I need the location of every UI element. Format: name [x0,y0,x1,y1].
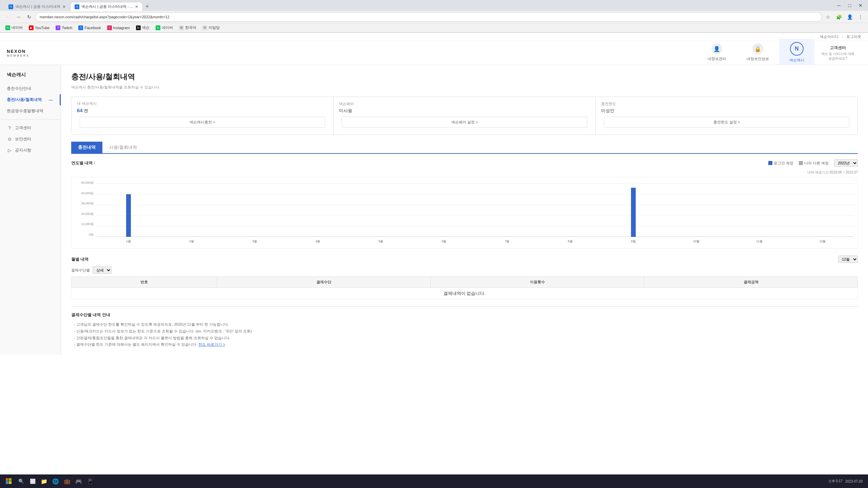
bookmark-star-button[interactable]: ☆ [823,12,833,22]
nav-item-cash[interactable]: N 넥슨캐시 [779,39,814,67]
tab-active[interactable]: N 넥슨캐시 | 금융 마스터내역 - ... ✕ [70,2,143,11]
payment-table: 번호 결제수단 이용횟수 결제금액 결제내역이 없습니다. [71,277,858,300]
chart-info-icon: ℹ [94,161,95,165]
bookmark-youtube[interactable]: ▶ YouTube [26,25,52,31]
bookmark-instagram[interactable]: I Instagram [104,25,133,31]
date-range: 내역 제공기간 2018.08 ~ 2023.07 [71,170,858,175]
table-header-row: 번호 결제수단 이용횟수 결제금액 [72,277,858,288]
nav-item-security[interactable]: 🔒 내정보안성보 [736,40,779,66]
reload-button[interactable]: ↻ [24,12,34,22]
filter-select[interactable]: 상세 전체 [93,266,112,274]
bookmark-manager[interactable]: 이 이담당 [200,24,222,31]
bar-dec-label: 12월 [819,239,826,244]
tab-close-1[interactable]: ✕ [62,4,66,9]
nav-cash-label: 넥슨캐시 [789,58,804,63]
charge-refund-label: 충전한도 [601,101,852,106]
y-label-36000: 36,000원 [75,201,94,206]
tab-inactive[interactable]: N 넥손캐시 | 금융 마스터내역 ✕ [4,2,70,11]
sidebar-item-charge-info[interactable]: 충전수단안내 [0,83,61,94]
legend-dot-gray [799,161,803,165]
maximize-button[interactable]: □ [845,1,854,10]
back-button[interactable]: ← [3,12,12,22]
bar-jun: 6월 [412,183,475,237]
nav-items: 👤 내정보관리 🔒 내정보안성보 N 넥슨캐시 고객센터 넥슨 및 서비스에 대… [697,39,861,67]
sidebar-item-customer[interactable]: ? 고객센터 [0,122,61,134]
charge-refund-link[interactable]: 충전한도 설정 > [604,117,849,128]
year-select[interactable]: 2022년 2021년 2020년 2019년 2018년 [834,159,858,167]
nexon-cash-label: 내 넥슨캐시 [77,101,328,106]
app3-taskbar[interactable]: 📱 [85,476,96,487]
browser-tabs: N 넥손캐시 | 금융 마스터내역 ✕ N 넥슨캐시 | 금융 마스터내역 - … [3,0,153,11]
notes-link[interactable]: 한도 바로가기 > [198,342,225,346]
sidebar-history-label: 충전/사용/철회내역 [7,97,42,103]
bars-container: 1월 2월 3월 4월 [97,183,854,237]
sidebar-customer-label: 고객센터 [15,125,31,131]
y-label-12000: 12,000원 [75,222,94,226]
page-title: 충전/사용/철회내역 [71,72,858,82]
search-taskbar-button[interactable]: 🔍 [16,476,26,487]
menu-button[interactable]: ⋮ [856,12,865,22]
bookmark-nexon[interactable]: N 넥슨 [133,24,152,31]
customer-center-label: 고객센터 [830,45,846,51]
forward-button[interactable]: → [14,12,23,22]
nav-security-icon: 🔒 [752,43,763,54]
app1-taskbar[interactable]: 💼 [62,476,73,487]
tab-title-1: 넥손캐시 | 금융 마스터내역 [15,4,60,9]
payment-header: 월별 내역 12월 11월 10월 9월 8월 7월 6월 5월 4월 3월 2… [71,256,858,263]
page: 넥슨아이디 | 로그아웃 NEXON MEMBERS 👤 내정보관리 🔒 내정보… [0,33,868,488]
month-select[interactable]: 12월 11월 10월 9월 8월 7월 6월 5월 4월 3월 2월 1월 [838,256,858,263]
profile-button[interactable]: 👤 [845,12,854,22]
tab-charge[interactable]: 충전내역 [71,142,102,153]
app2-taskbar[interactable]: 🎮 [73,476,84,487]
chart-title: 연도별 내역 [71,160,93,166]
bookmark-naver2[interactable]: N 네이버 [153,24,176,31]
customer-center[interactable]: 고객센터 넥슨 및 서비스에 대해궁금하세요? [814,42,861,64]
header-nav: NEXON MEMBERS 👤 내정보관리 🔒 내정보안성보 N 넥슨캐시 [0,41,868,65]
bar-sep: 9월 [602,183,665,237]
sidebar-item-notice[interactable]: ▷ 공지사항 [0,145,61,156]
bar-aug-label: 8월 [568,239,573,244]
sidebar-item-cash-receipt[interactable]: 현금영수증발행내역 [0,105,61,117]
legend-logged: 로그인 계정 [768,161,793,166]
stat-charge-refund: 충전한도 미성인 충전한도 설정 > [596,97,857,135]
bar-apr-label: 4월 [315,239,320,244]
edge-taskbar[interactable]: 🌐 [50,476,61,487]
taskview-button[interactable]: ⬜ [27,476,38,487]
bookmark-korean[interactable]: 한 한국어 [176,24,199,31]
bookmark-label-twitch: Twitch [62,26,72,30]
bookmark-naver[interactable]: N 네이버 [3,24,25,31]
content-tabs: 충전내역 사용/철회내역 [71,142,858,154]
start-button[interactable] [3,475,15,487]
taskbar-date: 2023-07-20 [845,480,863,483]
bookmark-twitch[interactable]: T Twitch [53,25,75,31]
nav-item-info[interactable]: 👤 내정보관리 [697,40,736,66]
bar-chart-container: 60,000원 40,000원 36,000원 24,000원 12,000원 … [71,177,858,249]
nexon-pay-value: 미사용 [339,108,590,114]
sidebar-item-security[interactable]: ⊙ 보안센터 [0,134,61,145]
legend-other: 나의 다른 계정 [799,161,829,166]
tab-use[interactable]: 사용/철회내역 [102,142,144,153]
customer-center-sub: 넥슨 및 서비스에 대해궁금하세요? [821,52,854,61]
close-window-button[interactable]: ✕ [856,1,865,10]
new-tab-button[interactable]: + [143,2,152,11]
bar-oct: 10월 [665,183,728,237]
notes-list: 고객님의 결제수단 한도를 확인하실 수 있도록 제공되므로, 2020년 11… [71,321,858,348]
bar-jun-label: 6월 [441,239,446,244]
minimize-button[interactable]: ─ [834,1,844,10]
file-explorer-taskbar[interactable]: 📁 [39,476,50,487]
y-axis: 60,000원 40,000원 36,000원 24,000원 12,000원 … [75,181,96,237]
extensions-button[interactable]: 🧩 [834,12,844,22]
address-bar[interactable]: member.nexon.com/cash/chargelist.aspx?pa… [35,12,822,22]
sidebar-history-arrow: — [49,98,53,102]
tab-favicon-1: N [8,4,13,9]
nexon-cash-link[interactable]: 넥슨캐시충전 > [80,117,325,128]
y-label-40000: 40,000원 [75,191,94,196]
sidebar-divider-1 [0,119,61,120]
sidebar-item-history[interactable]: 충전/사용/철회내역 — [0,94,61,105]
bookmark-label-korean: 한국어 [185,25,196,30]
bookmark-facebook[interactable]: f Facebook [76,25,103,31]
tab-close-2[interactable]: ✕ [135,4,138,9]
th-method: 결제수단 [217,277,431,288]
nexon-pay-link[interactable]: 넥슨페이 설정 > [342,117,587,128]
bookmark-label-youtube: YouTube [35,26,50,30]
